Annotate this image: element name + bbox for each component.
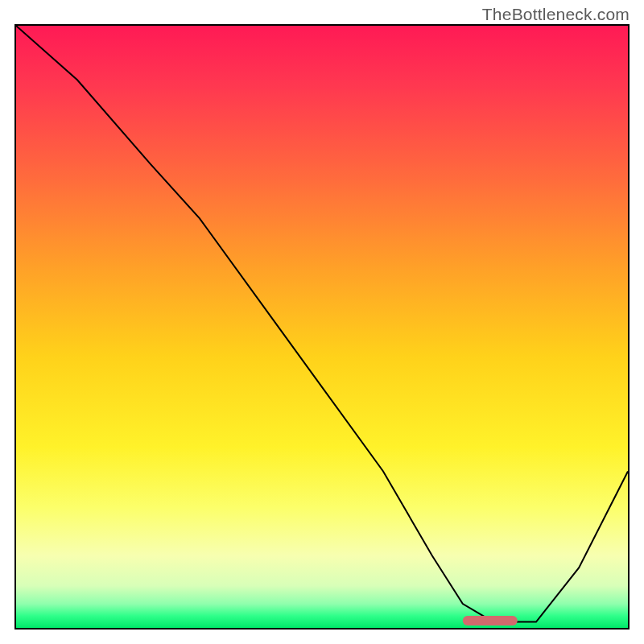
chart-line-path [16, 26, 628, 622]
bottleneck-marker [463, 616, 518, 625]
watermark-text: TheBottleneck.com [482, 5, 630, 24]
chart-frame [14, 24, 630, 630]
chart-line-svg [16, 26, 628, 628]
